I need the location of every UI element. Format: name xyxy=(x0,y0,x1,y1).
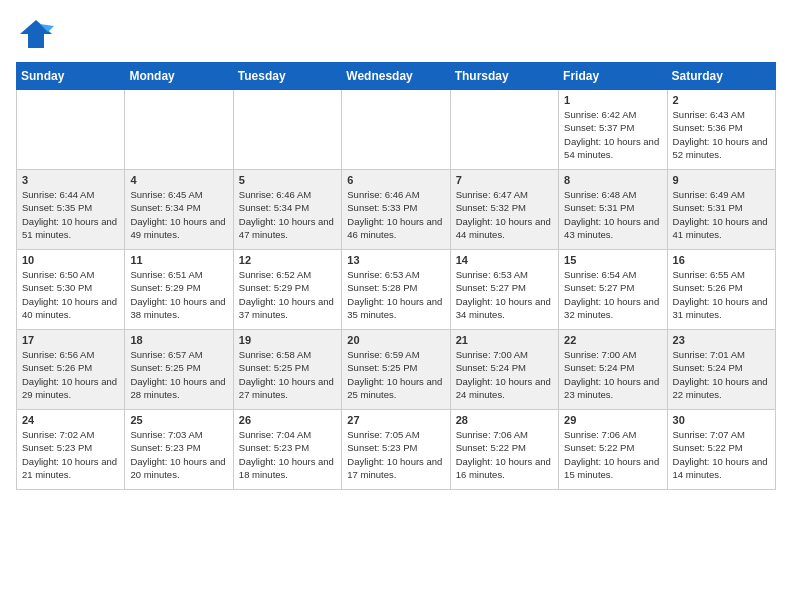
day-info: Sunrise: 6:58 AM Sunset: 5:25 PM Dayligh… xyxy=(239,348,336,401)
logo-icon xyxy=(16,16,56,52)
day-number: 5 xyxy=(239,174,336,186)
day-info: Sunrise: 7:01 AM Sunset: 5:24 PM Dayligh… xyxy=(673,348,770,401)
calendar-header-sunday: Sunday xyxy=(17,63,125,90)
day-number: 30 xyxy=(673,414,770,426)
calendar-cell: 8Sunrise: 6:48 AM Sunset: 5:31 PM Daylig… xyxy=(559,170,667,250)
calendar-cell xyxy=(17,90,125,170)
day-number: 4 xyxy=(130,174,227,186)
day-number: 15 xyxy=(564,254,661,266)
day-info: Sunrise: 6:45 AM Sunset: 5:34 PM Dayligh… xyxy=(130,188,227,241)
day-info: Sunrise: 6:59 AM Sunset: 5:25 PM Dayligh… xyxy=(347,348,444,401)
day-info: Sunrise: 6:56 AM Sunset: 5:26 PM Dayligh… xyxy=(22,348,119,401)
calendar-cell: 9Sunrise: 6:49 AM Sunset: 5:31 PM Daylig… xyxy=(667,170,775,250)
calendar-cell: 22Sunrise: 7:00 AM Sunset: 5:24 PM Dayli… xyxy=(559,330,667,410)
day-info: Sunrise: 6:54 AM Sunset: 5:27 PM Dayligh… xyxy=(564,268,661,321)
calendar-cell: 29Sunrise: 7:06 AM Sunset: 5:22 PM Dayli… xyxy=(559,410,667,490)
day-info: Sunrise: 7:06 AM Sunset: 5:22 PM Dayligh… xyxy=(456,428,553,481)
calendar-header-wednesday: Wednesday xyxy=(342,63,450,90)
day-info: Sunrise: 7:06 AM Sunset: 5:22 PM Dayligh… xyxy=(564,428,661,481)
calendar-cell: 6Sunrise: 6:46 AM Sunset: 5:33 PM Daylig… xyxy=(342,170,450,250)
calendar-header-row: SundayMondayTuesdayWednesdayThursdayFrid… xyxy=(17,63,776,90)
calendar-cell: 1Sunrise: 6:42 AM Sunset: 5:37 PM Daylig… xyxy=(559,90,667,170)
day-number: 21 xyxy=(456,334,553,346)
day-number: 7 xyxy=(456,174,553,186)
calendar-cell: 23Sunrise: 7:01 AM Sunset: 5:24 PM Dayli… xyxy=(667,330,775,410)
day-info: Sunrise: 7:00 AM Sunset: 5:24 PM Dayligh… xyxy=(456,348,553,401)
calendar-cell: 30Sunrise: 7:07 AM Sunset: 5:22 PM Dayli… xyxy=(667,410,775,490)
day-info: Sunrise: 6:50 AM Sunset: 5:30 PM Dayligh… xyxy=(22,268,119,321)
calendar-cell: 16Sunrise: 6:55 AM Sunset: 5:26 PM Dayli… xyxy=(667,250,775,330)
day-info: Sunrise: 6:46 AM Sunset: 5:33 PM Dayligh… xyxy=(347,188,444,241)
calendar-table: SundayMondayTuesdayWednesdayThursdayFrid… xyxy=(16,62,776,490)
day-number: 29 xyxy=(564,414,661,426)
day-info: Sunrise: 6:55 AM Sunset: 5:26 PM Dayligh… xyxy=(673,268,770,321)
day-number: 10 xyxy=(22,254,119,266)
calendar-header-saturday: Saturday xyxy=(667,63,775,90)
day-info: Sunrise: 7:04 AM Sunset: 5:23 PM Dayligh… xyxy=(239,428,336,481)
calendar-cell: 5Sunrise: 6:46 AM Sunset: 5:34 PM Daylig… xyxy=(233,170,341,250)
day-number: 8 xyxy=(564,174,661,186)
calendar-cell xyxy=(125,90,233,170)
day-info: Sunrise: 7:07 AM Sunset: 5:22 PM Dayligh… xyxy=(673,428,770,481)
day-number: 17 xyxy=(22,334,119,346)
day-info: Sunrise: 6:44 AM Sunset: 5:35 PM Dayligh… xyxy=(22,188,119,241)
day-info: Sunrise: 6:53 AM Sunset: 5:28 PM Dayligh… xyxy=(347,268,444,321)
calendar-cell: 7Sunrise: 6:47 AM Sunset: 5:32 PM Daylig… xyxy=(450,170,558,250)
day-info: Sunrise: 6:47 AM Sunset: 5:32 PM Dayligh… xyxy=(456,188,553,241)
day-number: 3 xyxy=(22,174,119,186)
calendar-header-tuesday: Tuesday xyxy=(233,63,341,90)
calendar-cell: 27Sunrise: 7:05 AM Sunset: 5:23 PM Dayli… xyxy=(342,410,450,490)
day-info: Sunrise: 7:05 AM Sunset: 5:23 PM Dayligh… xyxy=(347,428,444,481)
calendar-header-friday: Friday xyxy=(559,63,667,90)
calendar-week-row: 10Sunrise: 6:50 AM Sunset: 5:30 PM Dayli… xyxy=(17,250,776,330)
day-number: 23 xyxy=(673,334,770,346)
calendar-cell: 2Sunrise: 6:43 AM Sunset: 5:36 PM Daylig… xyxy=(667,90,775,170)
day-info: Sunrise: 6:46 AM Sunset: 5:34 PM Dayligh… xyxy=(239,188,336,241)
day-number: 12 xyxy=(239,254,336,266)
calendar-cell: 11Sunrise: 6:51 AM Sunset: 5:29 PM Dayli… xyxy=(125,250,233,330)
logo xyxy=(16,16,60,52)
calendar-cell: 12Sunrise: 6:52 AM Sunset: 5:29 PM Dayli… xyxy=(233,250,341,330)
calendar-cell: 28Sunrise: 7:06 AM Sunset: 5:22 PM Dayli… xyxy=(450,410,558,490)
calendar-cell: 10Sunrise: 6:50 AM Sunset: 5:30 PM Dayli… xyxy=(17,250,125,330)
day-info: Sunrise: 6:49 AM Sunset: 5:31 PM Dayligh… xyxy=(673,188,770,241)
day-info: Sunrise: 6:51 AM Sunset: 5:29 PM Dayligh… xyxy=(130,268,227,321)
day-number: 20 xyxy=(347,334,444,346)
calendar-cell: 24Sunrise: 7:02 AM Sunset: 5:23 PM Dayli… xyxy=(17,410,125,490)
page-header xyxy=(16,16,776,52)
calendar-header-monday: Monday xyxy=(125,63,233,90)
calendar-cell: 21Sunrise: 7:00 AM Sunset: 5:24 PM Dayli… xyxy=(450,330,558,410)
day-info: Sunrise: 6:52 AM Sunset: 5:29 PM Dayligh… xyxy=(239,268,336,321)
day-info: Sunrise: 7:00 AM Sunset: 5:24 PM Dayligh… xyxy=(564,348,661,401)
day-number: 19 xyxy=(239,334,336,346)
day-number: 22 xyxy=(564,334,661,346)
day-info: Sunrise: 6:43 AM Sunset: 5:36 PM Dayligh… xyxy=(673,108,770,161)
day-number: 24 xyxy=(22,414,119,426)
calendar-cell xyxy=(450,90,558,170)
day-number: 27 xyxy=(347,414,444,426)
day-info: Sunrise: 6:53 AM Sunset: 5:27 PM Dayligh… xyxy=(456,268,553,321)
calendar-cell: 20Sunrise: 6:59 AM Sunset: 5:25 PM Dayli… xyxy=(342,330,450,410)
calendar-cell xyxy=(342,90,450,170)
day-number: 28 xyxy=(456,414,553,426)
day-number: 11 xyxy=(130,254,227,266)
calendar-header-thursday: Thursday xyxy=(450,63,558,90)
calendar-cell: 15Sunrise: 6:54 AM Sunset: 5:27 PM Dayli… xyxy=(559,250,667,330)
calendar-cell: 3Sunrise: 6:44 AM Sunset: 5:35 PM Daylig… xyxy=(17,170,125,250)
day-number: 1 xyxy=(564,94,661,106)
day-number: 13 xyxy=(347,254,444,266)
svg-marker-0 xyxy=(20,20,52,48)
calendar-cell: 17Sunrise: 6:56 AM Sunset: 5:26 PM Dayli… xyxy=(17,330,125,410)
day-number: 14 xyxy=(456,254,553,266)
day-number: 16 xyxy=(673,254,770,266)
calendar-cell: 13Sunrise: 6:53 AM Sunset: 5:28 PM Dayli… xyxy=(342,250,450,330)
day-number: 18 xyxy=(130,334,227,346)
calendar-cell xyxy=(233,90,341,170)
day-info: Sunrise: 6:57 AM Sunset: 5:25 PM Dayligh… xyxy=(130,348,227,401)
calendar-cell: 19Sunrise: 6:58 AM Sunset: 5:25 PM Dayli… xyxy=(233,330,341,410)
calendar-cell: 26Sunrise: 7:04 AM Sunset: 5:23 PM Dayli… xyxy=(233,410,341,490)
day-number: 9 xyxy=(673,174,770,186)
calendar-week-row: 24Sunrise: 7:02 AM Sunset: 5:23 PM Dayli… xyxy=(17,410,776,490)
day-number: 26 xyxy=(239,414,336,426)
calendar-week-row: 1Sunrise: 6:42 AM Sunset: 5:37 PM Daylig… xyxy=(17,90,776,170)
